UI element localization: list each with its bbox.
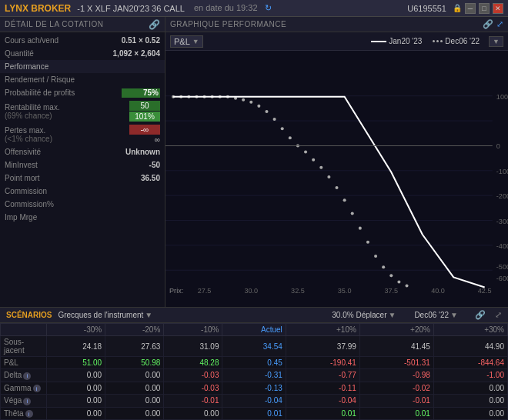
deplacer-label: 30.0% Déplacer [332,311,386,319]
col-header-m30: -30% [47,324,105,336]
legend-dot-2 [436,40,439,42]
cell-0-5: 41.45 [359,336,433,357]
pointmort-value: 36.50 [141,174,160,182]
grecs-dropdown[interactable]: Grecques de l'instrument ▼ [58,311,152,319]
info-icon-4[interactable]: i [23,398,31,405]
quantite-value: 1,092 × 2,604 [113,49,160,58]
cell-4-5: -0.01 [359,395,433,408]
detail-link-icon[interactable]: 🔗 [149,19,160,30]
svg-point-49 [359,227,362,230]
close-button[interactable]: ✕ [493,3,503,14]
chart-link-icon[interactable]: 🔗 [483,19,493,29]
prob-bar-container: 75% [122,88,160,98]
info-icon-2[interactable]: i [23,372,31,380]
legend-jan23-line [371,41,386,42]
minimize-button[interactable]: ─ [465,3,476,14]
legend-dec-arrow: ▼ [493,38,500,45]
rentab-container: 50 101% [129,101,160,122]
scenarios-table: -30% -20% -10% Actuel +10% +20% +30% Sou… [0,323,508,420]
svg-text:100: 100 [496,93,508,101]
cell-1-6: -844.64 [433,357,507,369]
cell-3-1: 0.00 [105,382,164,395]
chart-svg: 100 0 -100 -200 -300 -400 -500 -600 P&L … [165,51,508,317]
imp-mrge-row: Imp Mrge [0,211,165,224]
svg-point-55 [406,284,409,287]
cell-2-1: 0.00 [105,369,164,382]
offensivite-label: Offensivité [5,148,41,156]
quantite-label: Quantité [5,49,34,58]
svg-text:37.5: 37.5 [384,287,398,295]
cell-0-1: 27.63 [105,336,164,357]
table-row: Thêtai0.000.000.000.010.010.010.00 [1,407,508,420]
cell-0-4: 37.99 [286,336,359,357]
cell-2-5: -0.98 [359,369,433,382]
legend-dec-dropdown[interactable]: ▼ [489,36,503,47]
col-header-p30: +30% [433,324,507,336]
svg-point-40 [289,136,292,139]
scenarios-link-icon[interactable]: 🔗 [475,310,486,320]
grecs-label: Grecques de l'instrument [58,311,143,319]
chart-controls: 🔗 ⤢ [483,19,503,29]
cell-1-0: 51.00 [47,357,105,369]
chart-expand-icon[interactable]: ⤢ [496,19,503,29]
svg-text:-500: -500 [496,263,508,271]
cell-4-6: 0.00 [433,395,507,408]
cell-2-4: -0.77 [286,369,359,382]
cell-1-1: 50.98 [105,357,164,369]
scenarios-header: SCÉNARIOS Grecques de l'instrument ▼ 30.… [0,308,508,323]
pertes-label: Pertes max. [5,126,52,135]
cell-3-3: -0.13 [222,382,286,395]
info-icon-5[interactable]: i [25,410,33,418]
svg-text:32.5: 32.5 [291,287,305,295]
chart-title: GRAPHIQUE PERFORMANCE [170,20,286,28]
cours-row: Cours ach/vend 0.51 × 0.52 [0,34,165,47]
legend-jan23: Jan20 '23 [371,37,422,45]
account-id: U6195551 [407,4,446,13]
legend-jan23-label: Jan20 '23 [389,37,422,45]
svg-point-43 [312,158,315,162]
cell-1-5: -501.31 [359,357,433,369]
commission-pct-label: Commission% [5,200,54,208]
offensivite-row: Offensivité Unknown [0,145,165,158]
probabilite-row: Probabilité de profits 75% [0,86,165,99]
svg-text:40.0: 40.0 [431,287,445,295]
table-row: P&L51.0050.9848.280.45-190.41-501.31-844… [1,357,508,369]
info-icon-3[interactable]: i [33,385,41,392]
svg-point-44 [319,166,323,169]
rentab-label: Rentabilité max. [5,103,60,112]
row-label-3: Gammai [1,382,47,395]
svg-point-46 [335,186,338,189]
table-row: Gammai0.000.00-0.03-0.13-0.11-0.020.00 [1,382,508,395]
pl-dropdown-label: P&L [174,37,190,46]
col-header-label [1,324,47,336]
table-row: Sous-jacent24.1827.6331.0934.5437.9941.4… [1,336,508,357]
svg-point-34 [242,98,245,102]
rentab-value2: 101% [129,112,160,122]
cell-0-0: 24.18 [47,336,105,357]
date-label: Dec06 '22 [414,311,449,319]
pl-dropdown[interactable]: P&L ▼ [170,35,203,48]
svg-text:27.5: 27.5 [198,287,212,295]
commission-label: Commission [5,187,47,195]
cell-5-3: 0.01 [222,407,286,420]
mininvest-value: -50 [149,161,160,169]
instrument-label: -1 X XLF JAN20'23 36 CALL [77,4,185,13]
refresh-icon[interactable]: ↻ [265,3,272,12]
svg-point-53 [389,274,393,277]
scenarios-expand-icon[interactable]: ⤢ [495,310,502,320]
rentab-labels: Rentabilité max. (69% chance) [5,103,60,120]
deplacer-dropdown[interactable]: 30.0% Déplacer ▼ [332,311,396,319]
rentab-sublabel: (69% chance) [5,112,60,120]
cell-5-4: 0.01 [286,407,359,420]
mininvest-row: MinInvest -50 [0,158,165,172]
performance-title: Performance [5,62,48,71]
maximize-button[interactable]: □ [479,3,490,14]
legend-dot-1 [433,40,435,42]
performance-header: Performance [0,60,165,73]
svg-point-39 [281,127,284,130]
detail-header: DÉTAIL DE LA COTATION 🔗 [0,17,165,32]
date-dropdown[interactable]: Dec06 '22 ▼ [414,311,458,319]
date-info: en date du 19:32 ↻ [194,3,407,13]
svg-text:-600: -600 [496,275,508,282]
pl-dropdown-arrow: ▼ [192,38,199,45]
